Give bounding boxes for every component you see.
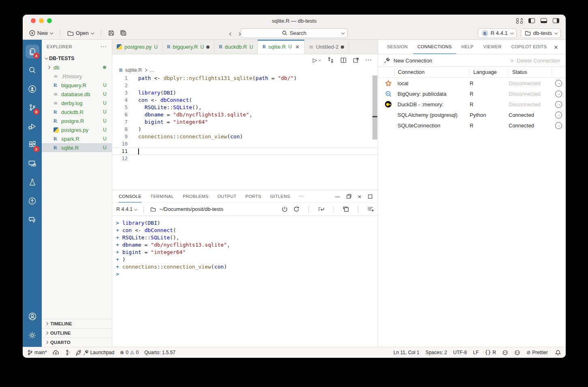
connection-row-local[interactable]: local R Disconnected → xyxy=(378,78,566,88)
activity-testing[interactable] xyxy=(23,173,42,191)
activity-extensions[interactable]: 2 xyxy=(23,135,42,154)
problems-item[interactable]: ⊗ 0 ⚠ 0 xyxy=(120,350,139,355)
breadcrumb[interactable]: R sqlite.R … xyxy=(112,66,378,75)
cursor-position-item[interactable]: Ln 11, Col 1 xyxy=(393,350,419,355)
activity-search[interactable] xyxy=(23,61,42,80)
eol-item[interactable]: LF xyxy=(473,350,479,355)
open-connection-icon[interactable]: → xyxy=(555,122,562,129)
code-line-current[interactable]: 11 xyxy=(112,148,378,155)
panel-tab-output[interactable]: OUTPUT xyxy=(217,190,236,202)
split-editor-icon[interactable] xyxy=(340,57,346,63)
restart-icon[interactable] xyxy=(293,206,299,212)
code-line[interactable]: 3library(DBI) xyxy=(112,89,378,97)
save-button[interactable] xyxy=(107,29,116,37)
panel-tab-ports[interactable]: PORTS xyxy=(246,190,261,202)
panel-more-tabs-icon[interactable]: ··· xyxy=(299,190,304,202)
activity-source-control[interactable]: 9 xyxy=(23,98,42,117)
panel-tab-gitlens[interactable]: GITLENS xyxy=(270,190,290,202)
delete-connection-button[interactable]: × Delete Connection xyxy=(510,58,560,64)
open-connection-icon[interactable]: → xyxy=(555,90,562,97)
tab-help[interactable]: HELP xyxy=(458,40,478,54)
code-line[interactable]: 7 bigint = "integer64" xyxy=(112,118,378,126)
file-row-sqlite[interactable]: R sqlite.R U xyxy=(42,143,112,152)
code-line[interactable]: 5 RSQLite::SQLite(), xyxy=(112,104,378,111)
code-line[interactable]: 1path <- dbplyr::nycflights131_sqlite(pa… xyxy=(112,75,378,82)
console-output[interactable]: > library(DBI) + con <- dbConnect( + RSQ… xyxy=(112,216,378,347)
activity-debug[interactable] xyxy=(23,117,42,135)
publish-changes-item[interactable] xyxy=(53,350,59,355)
tab-viewer[interactable]: VIEWER xyxy=(479,40,506,54)
panel-tab-problems[interactable]: PROBLEMS xyxy=(183,190,209,202)
section-timeline[interactable]: TIMELINE xyxy=(42,319,112,328)
settings-button[interactable] xyxy=(23,326,42,344)
section-outline[interactable]: OUTLINE xyxy=(42,328,112,338)
tab-postgres-py[interactable]: postgres.py U xyxy=(112,40,163,54)
activity-explorer[interactable]: 4 xyxy=(23,42,42,61)
prettier-item[interactable]: ⊘ Prettier xyxy=(526,350,548,355)
breadcrumb-file[interactable]: sqlite.R xyxy=(125,67,142,73)
open-connection-icon[interactable]: → xyxy=(555,112,562,118)
move-console-icon[interactable] xyxy=(343,206,349,212)
copilot-status-item[interactable] xyxy=(502,350,508,355)
workspace-picker[interactable]: db-tests xyxy=(521,28,561,38)
tab-copilot-edits[interactable]: COPILOT EDITS xyxy=(507,40,551,54)
more-actions-icon[interactable]: ··· xyxy=(100,43,107,50)
indentation-item[interactable]: Spaces: 2 xyxy=(425,350,447,355)
dirty-dot[interactable] xyxy=(341,45,344,49)
minimize-panel-icon[interactable]: — xyxy=(335,194,340,200)
activity-publish[interactable] xyxy=(23,191,42,210)
account-button[interactable] xyxy=(23,307,42,326)
console-input-icon[interactable] xyxy=(318,206,325,212)
open-connection-icon[interactable]: → xyxy=(555,80,562,87)
run-file-button[interactable]: ▷ xyxy=(313,57,321,63)
breadcrumb-more[interactable]: … xyxy=(149,67,154,73)
command-center-search[interactable]: Search xyxy=(241,28,348,38)
connection-row-sqliteconnection[interactable]: SQLiteConnection R Connected → xyxy=(378,120,566,131)
encoding-item[interactable]: UTF-8 xyxy=(453,350,467,355)
toggle-left-sidebar-icon[interactable] xyxy=(528,18,535,23)
new-button[interactable]: New xyxy=(28,29,54,37)
git-graph-item[interactable] xyxy=(65,350,70,355)
new-connection-button[interactable]: New Connection xyxy=(384,57,432,64)
dirty-dot[interactable] xyxy=(206,45,210,49)
maximize-panel-icon[interactable] xyxy=(368,194,372,199)
editor-scrollbar[interactable] xyxy=(372,75,377,140)
file-row-db[interactable]: db xyxy=(42,63,112,72)
customize-layout-icon[interactable] xyxy=(516,18,523,24)
quarto-item[interactable]: Quarto: 1.5.57 xyxy=(144,350,175,355)
notifications-item[interactable] xyxy=(555,350,561,356)
tab-session[interactable]: SESSION xyxy=(383,40,412,54)
close-panel-icon[interactable]: × xyxy=(357,194,362,200)
connection-row-duckdb[interactable]: DuckDB - :memory: R Disconnected → xyxy=(378,99,566,110)
language-mode-item[interactable]: {} R xyxy=(485,350,496,355)
code-editor[interactable]: 1path <- dbplyr::nycflights131_sqlite(pa… xyxy=(112,75,378,190)
toggle-bottom-panel-icon[interactable] xyxy=(541,18,547,23)
tab-duckdb[interactable]: R duckdb.R U xyxy=(214,40,258,54)
code-line[interactable]: 4con <- dbConnect( xyxy=(112,97,378,104)
close-pane-icon[interactable]: × xyxy=(554,44,566,50)
open-in-new-window-icon[interactable] xyxy=(353,57,359,63)
navigate-back-icon[interactable] xyxy=(227,30,235,37)
more-actions-icon[interactable]: ··· xyxy=(366,57,372,63)
power-icon[interactable] xyxy=(282,206,288,212)
file-row-bigquery[interactable]: R bigquery.R U xyxy=(42,81,112,90)
open-button[interactable]: Open xyxy=(66,29,95,37)
file-row-postgre[interactable]: R postgre.R U xyxy=(42,116,112,125)
section-quarto[interactable]: QUARTO xyxy=(42,338,112,347)
interpreter-picker[interactable]: R R 4.4.1 xyxy=(478,28,517,38)
file-row-postgres-py[interactable]: postgres.py U xyxy=(42,125,112,134)
working-directory-label[interactable]: ~/Documents/posit/db-tests xyxy=(159,206,223,212)
code-line[interactable]: 9connections::connection_view(con) xyxy=(112,133,378,140)
file-row-spark[interactable]: R spark.R U xyxy=(42,134,112,143)
open-connection-icon[interactable]: → xyxy=(555,101,562,108)
panel-tab-terminal[interactable]: TERMINAL xyxy=(150,190,174,202)
copilot-menu-item[interactable] xyxy=(514,350,520,355)
clear-console-icon[interactable] xyxy=(367,206,374,212)
code-line[interactable]: 12 xyxy=(112,155,378,162)
code-line[interactable]: 10 xyxy=(112,140,378,148)
tab-connections[interactable]: CONNECTIONS xyxy=(413,40,456,54)
activity-chat[interactable] xyxy=(23,210,42,229)
file-row-database[interactable]: ≡ database.db U xyxy=(42,90,112,99)
tab-sqlite[interactable]: R sqlite.R U × xyxy=(258,40,304,54)
file-row-derby[interactable]: ≡ derby.log U xyxy=(42,99,112,108)
